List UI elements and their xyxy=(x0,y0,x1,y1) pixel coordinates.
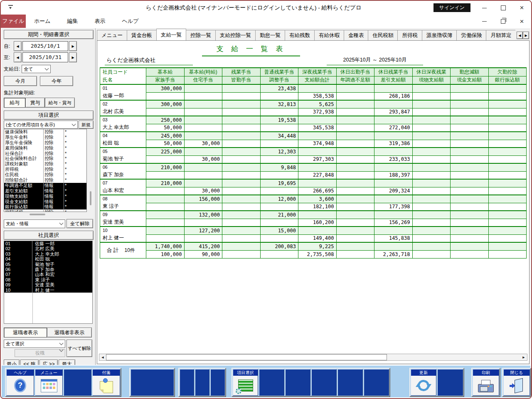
toolbar-button-ヘルプ[interactable]: ヘルプ? xyxy=(6,369,34,396)
tab-住民税額[interactable]: 住民税額 xyxy=(368,30,398,40)
tab-労働保険[interactable]: 労働保険 xyxy=(456,30,486,40)
item-list-scrollbar[interactable] xyxy=(90,191,91,205)
toolbar-button-empty[interactable] xyxy=(131,369,174,396)
tab-月額算定[interactable]: 月額算定 xyxy=(486,30,515,40)
item-row[interactable]: 社会保険料合計控除* xyxy=(4,156,86,161)
child-close-button[interactable]: × xyxy=(512,15,531,28)
tab-勤怠一覧[interactable]: 勤怠一覧 xyxy=(255,30,285,40)
employee-row[interactable]: 06森下 加奈 xyxy=(4,267,92,272)
minimize-button[interactable] xyxy=(475,1,494,15)
item-filter-select[interactable]: (全ての使用項目を表示) xyxy=(4,121,78,129)
hide-retirees-button[interactable]: 退職者非表示 xyxy=(47,328,92,337)
tab-scroll-right-button[interactable]: ▶ xyxy=(523,32,529,39)
width-wide-button[interactable]: 広 >> xyxy=(39,360,58,365)
tab-賃金台帳[interactable]: 賃金台帳 xyxy=(127,30,157,40)
payday-select[interactable]: 全て xyxy=(22,65,51,73)
target-salary-button[interactable]: 給与 xyxy=(4,98,25,108)
tab-メニュー[interactable]: メニュー xyxy=(97,30,127,40)
item-category-select[interactable]: 支給・情報 xyxy=(4,219,65,228)
item-row[interactable]: 定額減税控除* xyxy=(4,209,86,212)
to-date-prev-button[interactable]: ◀ xyxy=(14,52,22,62)
toolbar-button-empty[interactable] xyxy=(364,369,389,396)
employee-row[interactable]: 03大上 幸太郎 xyxy=(4,251,92,256)
tab-支給一覧[interactable]: 支給一覧 xyxy=(156,29,186,40)
this-year-button[interactable]: 今年 xyxy=(40,76,73,86)
employee-list[interactable]: 01佐藤 一郎02北村 広美03大上 幸太郎04松田 聡05菊池 智子06森下 … xyxy=(4,241,93,324)
item-row[interactable]: 社保合計控除* xyxy=(4,151,86,156)
item-row[interactable]: 控除額合計控除* xyxy=(4,177,86,183)
toolbar-button-メニュー[interactable]: メニュー xyxy=(35,369,63,396)
quick-access-customize-icon[interactable] xyxy=(8,5,13,10)
signin-button[interactable]: サインイン xyxy=(433,3,470,12)
menu-help[interactable]: ヘルプ xyxy=(114,15,147,28)
toolbar-button-印刷[interactable]: 印刷 xyxy=(473,369,499,396)
employee-row[interactable]: 01佐藤 一郎 xyxy=(4,241,92,246)
employee-row[interactable]: 10村上 健一 xyxy=(4,288,92,293)
employee-row[interactable]: 09安達 里美 xyxy=(4,282,92,287)
period-section-header[interactable]: 期間・明細書選択 xyxy=(4,30,94,39)
from-date-next-button[interactable]: ▶ xyxy=(69,41,77,51)
tab-有給残数[interactable]: 有給残数 xyxy=(285,30,315,40)
item-row[interactable]: 所得税控除* xyxy=(4,167,86,172)
tab-scroll-left-button[interactable]: ◀ xyxy=(517,32,523,39)
toolbar-button-empty[interactable] xyxy=(311,369,337,396)
item-row[interactable]: 健康保険料控除* xyxy=(4,129,86,135)
scrollbar-thumb[interactable] xyxy=(106,354,387,360)
tab-所得税[interactable]: 所得税 xyxy=(397,30,422,40)
item-row[interactable]: 差引支給額情報* xyxy=(4,188,86,194)
item-row[interactable]: 雇用保険料控除* xyxy=(4,145,86,151)
employee-section-header[interactable]: 社員選択 xyxy=(4,231,94,240)
menu-view[interactable]: 表示 xyxy=(86,15,114,28)
menu-edit[interactable]: 編集 xyxy=(59,15,86,28)
deselect-all-employees-button[interactable]: すべて解除 xyxy=(66,340,92,357)
tab-源泉徴収簿[interactable]: 源泉徴収簿 xyxy=(422,30,457,40)
tab-支給控除一覧[interactable]: 支給控除一覧 xyxy=(215,30,256,40)
toolbar-button-empty[interactable] xyxy=(195,369,209,396)
to-date-input[interactable]: 2025/10/31 xyxy=(22,52,68,62)
item-row[interactable]: 銀行振込額情報* xyxy=(4,204,86,209)
menu-home[interactable]: ホーム xyxy=(26,15,59,28)
item-row[interactable]: 課税対象額控除* xyxy=(4,161,86,167)
employee-row[interactable]: 02北村 広美 xyxy=(4,246,92,251)
from-date-input[interactable]: 2025/10/1 xyxy=(22,41,68,51)
employee-row[interactable]: 07山本 和宏 xyxy=(4,272,92,277)
toolbar-button-閉じる[interactable]: 閉じる xyxy=(503,369,530,396)
width-min-button[interactable]: 最小 xyxy=(4,360,20,365)
child-restore-button[interactable] xyxy=(494,15,512,28)
scroll-left-icon[interactable]: ◀ xyxy=(99,354,106,360)
menu-file[interactable]: ファイル xyxy=(1,15,26,28)
toolbar-button-empty[interactable] xyxy=(64,369,91,396)
item-row[interactable]: 厚生年金料控除* xyxy=(4,135,86,140)
employee-filter-select[interactable]: 全て選択 xyxy=(4,340,65,348)
close-button[interactable]: × xyxy=(512,1,531,15)
width-max-button[interactable]: 最大 xyxy=(59,360,75,365)
item-list[interactable]: 健康保険料控除*厚生年金料控除*厚生年金保険控除*雇用保険料控除*社保合計控除*… xyxy=(4,129,87,212)
toolbar-button-empty[interactable] xyxy=(437,369,463,396)
toolbar-button-empty[interactable] xyxy=(285,369,310,396)
tab-有給休暇[interactable]: 有給休暇 xyxy=(314,30,344,40)
employee-row[interactable]: 08東 涼子 xyxy=(4,277,92,282)
item-section-header[interactable]: 項目選択 xyxy=(4,111,94,120)
target-bonus-button[interactable]: 賞与 xyxy=(25,98,45,108)
toolbar-button-empty[interactable] xyxy=(210,369,225,396)
employee-row[interactable]: 05菊池 智子 xyxy=(4,262,92,267)
toolbar-button-更新[interactable]: 更新 xyxy=(411,369,436,396)
new-item-button[interactable]: 新規 xyxy=(79,121,94,129)
child-minimize-button[interactable] xyxy=(475,15,494,28)
show-retirees-button[interactable]: 退職者表示 xyxy=(4,328,47,337)
item-row[interactable]: 年調過不足額情報* xyxy=(4,183,86,188)
width-narrow-button[interactable]: << 狭 xyxy=(20,360,39,365)
item-row[interactable]: 住民税控除* xyxy=(4,172,86,177)
from-date-prev-button[interactable]: ◀ xyxy=(14,41,22,51)
toolbar-button-付箋[interactable]: 付箋 xyxy=(92,369,120,396)
target-both-button[interactable]: 給与・賞与 xyxy=(45,98,75,108)
item-row[interactable]: 現金支給額情報* xyxy=(4,199,86,204)
this-month-button[interactable]: 今月 xyxy=(4,76,37,86)
item-row[interactable]: 厚生年金保険控除* xyxy=(4,140,86,145)
tab-金種表[interactable]: 金種表 xyxy=(344,30,369,40)
to-date-next-button[interactable]: ▶ xyxy=(69,52,77,62)
tab-控除一覧[interactable]: 控除一覧 xyxy=(186,30,216,40)
toolbar-button-empty[interactable] xyxy=(180,369,194,396)
toolbar-button-empty[interactable] xyxy=(259,369,284,396)
report-hscrollbar[interactable]: ◀ ▶ xyxy=(99,354,527,361)
